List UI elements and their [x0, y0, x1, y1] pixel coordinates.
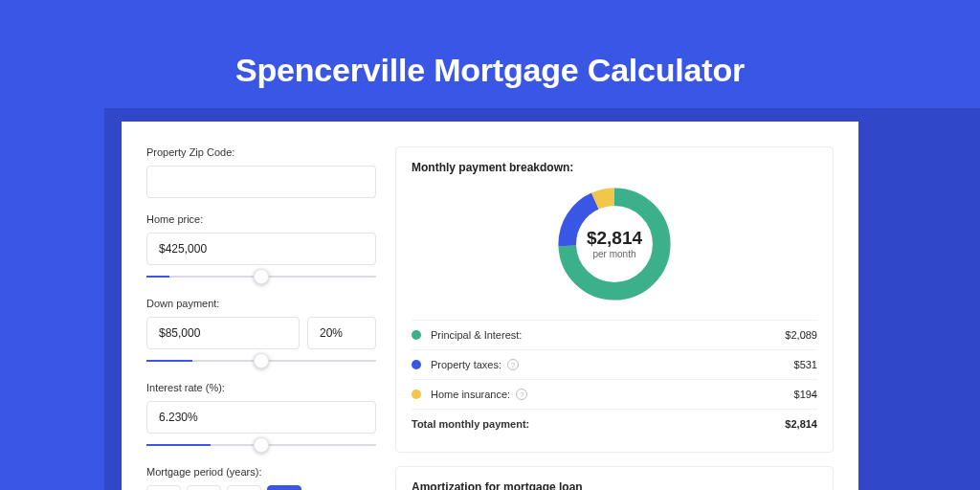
- period-row: 10 15 20 30: [146, 485, 376, 490]
- legend-val-total: $2,814: [785, 418, 817, 430]
- legend-val-taxes: $531: [794, 359, 817, 370]
- down-payment-slider[interactable]: [146, 360, 376, 362]
- interest-label: Interest rate (%):: [146, 382, 376, 393]
- breakdown-panel: Monthly payment breakdown: $2,814 per mo…: [395, 146, 834, 453]
- results-panel: Monthly payment breakdown: $2,814 per mo…: [395, 146, 834, 490]
- legend-row-taxes: Property taxes: ? $531: [412, 349, 817, 379]
- legend-label-total: Total monthly payment:: [412, 418, 785, 430]
- interest-slider[interactable]: [146, 444, 376, 446]
- down-payment-label: Down payment:: [146, 298, 376, 309]
- legend-label-insurance: Home insurance: ?: [431, 389, 794, 400]
- donut-wrap: $2,814 per month: [412, 182, 817, 306]
- down-payment-input[interactable]: [146, 317, 300, 349]
- period-btn-15[interactable]: 15: [187, 485, 221, 490]
- period-btn-30[interactable]: 30: [267, 485, 301, 490]
- zip-field-group: Property Zip Code:: [146, 146, 376, 198]
- legend-row-principal: Principal & Interest: $2,089: [412, 320, 817, 349]
- dot-taxes: [412, 360, 421, 369]
- period-btn-20[interactable]: 20: [227, 485, 261, 490]
- donut-center-sub: per month: [587, 249, 642, 259]
- period-btn-10[interactable]: 10: [146, 485, 181, 490]
- legend-row-total: Total monthly payment: $2,814: [412, 409, 817, 438]
- amortization-heading: Amortization for mortgage loan: [412, 480, 817, 490]
- down-payment-pct-input[interactable]: [307, 317, 376, 349]
- breakdown-heading: Monthly payment breakdown:: [412, 161, 817, 174]
- home-price-slider[interactable]: [146, 276, 376, 278]
- donut-center-amount: $2,814: [587, 228, 642, 249]
- interest-input[interactable]: [146, 401, 376, 434]
- info-icon[interactable]: ?: [507, 359, 519, 370]
- dot-principal: [412, 330, 421, 340]
- page-title: Spencerville Mortgage Calculator: [0, 52, 980, 89]
- interest-group: Interest rate (%):: [146, 382, 376, 451]
- form-panel: Property Zip Code: Home price: Down paym…: [146, 146, 376, 490]
- legend-label-principal: Principal & Interest:: [431, 329, 785, 341]
- legend-val-insurance: $194: [794, 389, 817, 400]
- legend-val-principal: $2,089: [785, 329, 817, 341]
- legend-label-taxes: Property taxes: ?: [431, 359, 794, 370]
- period-label: Mortgage period (years):: [146, 466, 376, 478]
- home-price-group: Home price:: [146, 213, 376, 282]
- amortization-panel: Amortization for mortgage loan Amortizat…: [395, 466, 834, 490]
- calculator-card: Property Zip Code: Home price: Down paym…: [122, 122, 858, 490]
- home-price-input[interactable]: [146, 233, 376, 265]
- period-group: Mortgage period (years): 10 15 20 30: [146, 466, 376, 490]
- dot-insurance: [412, 390, 421, 399]
- home-price-label: Home price:: [146, 213, 376, 225]
- zip-label: Property Zip Code:: [146, 146, 376, 158]
- down-payment-group: Down payment:: [146, 298, 376, 367]
- legend-row-insurance: Home insurance: ? $194: [412, 379, 817, 409]
- zip-input[interactable]: [146, 166, 376, 198]
- info-icon[interactable]: ?: [516, 389, 527, 400]
